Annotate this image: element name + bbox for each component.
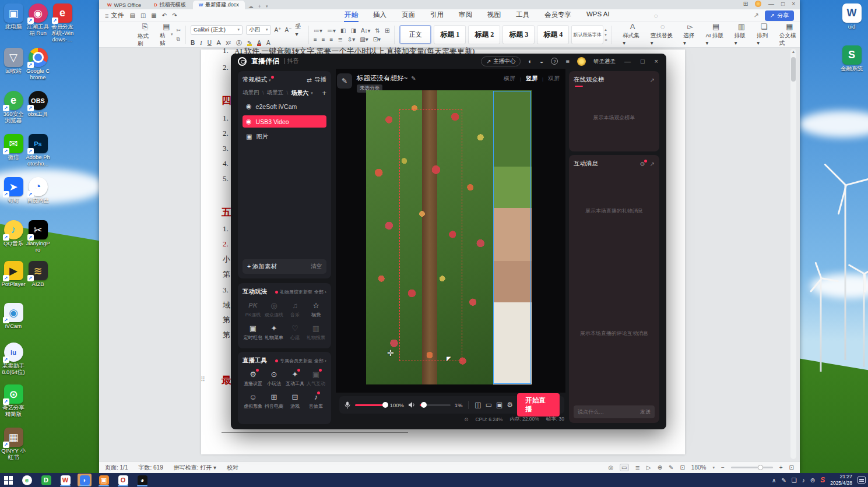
strikethrough-button[interactable]: A [217,40,221,46]
theme-icon[interactable] [528,58,532,65]
tool-定时红包[interactable]: ▣定时红包 [243,324,263,341]
clear-button[interactable]: 清空 [311,263,322,270]
share-button[interactable]: 分享 [765,10,794,21]
desktop-icon[interactable]: iu↗老卖助手 8.0(64位) [1,343,26,376]
tab-list-caret-icon[interactable]: ▾ [266,4,268,9]
camera-toggle-icon[interactable]: ▣ [496,401,502,409]
messages-card-title[interactable]: 互动消息 [574,160,598,168]
ribbon-tool-样式集[interactable]: A样式集 ▾ [623,22,642,47]
zoom-out-button[interactable]: − [721,464,725,471]
line-spacing-button[interactable]: ⇳▾ [347,36,355,43]
ribbon-tab-页面[interactable]: 页面 [401,9,416,22]
align-left-button[interactable]: ≡ [314,36,317,43]
user-avatar[interactable] [577,57,586,66]
superscript-button[interactable]: x² [226,40,231,46]
wps-maximize-button[interactable] [781,1,785,7]
tool-小玩法[interactable]: ⊙小玩法 [263,370,284,387]
clear-format-button[interactable]: 受▾ [295,23,303,37]
projection-icon[interactable]: ▭ [486,401,492,409]
feedback-icon[interactable] [540,58,544,65]
taskbar-app-WPS Office[interactable]: W [58,474,72,486]
font-name-select[interactable]: Calibri (正文)▾ [191,25,243,35]
virtual-background-icon[interactable]: ◫ [475,401,481,409]
tool-福袋[interactable]: ☆福袋 [305,301,326,318]
print-icon[interactable] [140,12,146,19]
app-minimize-button[interactable] [623,58,632,65]
cut-icon[interactable] [177,27,181,33]
outline-view-icon[interactable] [635,464,640,471]
desktop-icon[interactable]: S金融系统 [839,45,864,72]
desktop-icon[interactable]: ◔↗百度网盘 [26,177,50,204]
scene-caret-icon[interactable]: ▾ [311,91,313,96]
show-marks-button[interactable]: ⊞ [385,27,389,34]
document-tab[interactable]: WWPS Office [101,1,147,9]
wps-close-button[interactable] [792,1,795,7]
ribbon-tool-查找替换[interactable]: ◌查找替换 ▾ [651,22,675,47]
upload-icon[interactable] [753,12,758,19]
style-item[interactable]: 正文 [399,25,431,44]
tool-抖音电商[interactable]: ⊞抖音电商 [263,393,284,410]
tray-icon[interactable]: ✎ [781,477,786,484]
desktop-icon[interactable]: ◉↗iVCam [1,303,26,330]
taskbar-app-直播伴侣[interactable]: ◗ [78,474,92,486]
desktop-icon[interactable]: Wuid [839,3,864,30]
scrollbar-thumb[interactable] [791,57,796,82]
desktop-icon[interactable]: ◉↗江湖工具箱 Run [26,3,50,37]
shrink-font-button[interactable]: A⁻ [285,27,292,33]
document-tab[interactable]: W最新搭建.docx [193,1,245,9]
tray-icon[interactable]: ∧ [772,477,776,484]
italic-button[interactable]: I [200,40,202,46]
app-maximize-button[interactable] [639,58,646,65]
word-count[interactable]: 字数: 619 [138,464,163,472]
sogou-input-icon[interactable]: S [820,476,825,484]
desktop-icon[interactable]: e↗会员分发系统-Windows-… [50,3,75,43]
tool-直播设置[interactable]: ⚙直播设置 [243,370,263,387]
desktop-icon[interactable]: ➤↗钉钉 [1,177,26,204]
desktop-icon[interactable]: ✉↗微信 [1,134,26,161]
edit-title-button[interactable] [337,73,352,89]
font-size-select[interactable]: 小四▾ [246,25,271,35]
shading-button[interactable]: ▨▾ [360,36,368,43]
scroll-up-arrow-icon[interactable]: ▲ [790,50,796,54]
add-material-button[interactable]: + 添加素材 [247,263,277,271]
chat-input[interactable]: 说点什么… 发送 [574,405,655,418]
zoom-level[interactable]: 180% [691,464,707,471]
style-gallery-scroll[interactable]: ▴▾≡ [605,27,607,42]
edit-icon[interactable] [411,75,416,82]
desktop-icon[interactable]: ▦↗QINYY 小红书 [1,428,26,461]
char-shading-button[interactable]: Ⓐ [236,39,242,47]
scene-tab[interactable]: 场景五 [267,89,284,97]
ribbon-tool-排版[interactable]: ▥排版 ▾ [735,22,749,47]
desktop-icon[interactable]: Ps↗Adobe Photosho... [26,134,50,167]
desktop-icon[interactable]: ▽回收站 [1,48,26,75]
start-live-button[interactable]: 开始直播 [517,393,560,417]
tool-游戏[interactable]: ⊟游戏 [284,393,305,410]
ribbon-tab-工具[interactable]: 工具 [515,9,530,22]
align-center-button[interactable]: ≡ [322,36,325,43]
wps-user-avatar[interactable] [755,1,761,7]
taskbar-app-剪映[interactable]: ◕ [135,474,149,486]
desktop-icon[interactable]: ▣此电脑 [1,3,26,30]
desktop-icon[interactable]: ⊙↗奇艺分享精简版 [1,384,26,418]
app-menu-icon[interactable] [565,58,569,65]
ribbon-tool-排列[interactable]: ❏排列 ▾ [757,22,771,47]
popout-icon[interactable] [650,77,655,83]
web-view-icon[interactable] [658,464,662,471]
grow-font-button[interactable]: A⁺ [275,27,282,33]
layout-switch-icon[interactable] [743,1,748,7]
ribbon-tab-开始[interactable]: 开始 [344,9,359,22]
desktop-icon[interactable]: ↗Google Chrome [26,48,50,81]
underline-button[interactable]: U [208,40,212,46]
wps-minimize-button[interactable] [768,1,774,7]
redo-icon[interactable] [172,12,177,19]
tray-icon[interactable]: ♪ [802,477,805,484]
tool-互动工具[interactable]: ✦互动工具 [284,370,305,387]
orientation-portrait-active[interactable]: 竖屏 [526,75,537,83]
ribbon-tab-引用[interactable]: 引用 [430,9,444,22]
taskbar-app-OBS Studio[interactable]: O [116,474,130,486]
mic-volume-slider[interactable] [355,404,386,406]
source-selection-box-red[interactable] [399,109,462,361]
style-item[interactable]: 默认段落字体 [571,25,603,44]
tray-icon[interactable]: ❏ [792,477,797,484]
mode-select[interactable]: 常规模式 ▾ [243,76,270,84]
